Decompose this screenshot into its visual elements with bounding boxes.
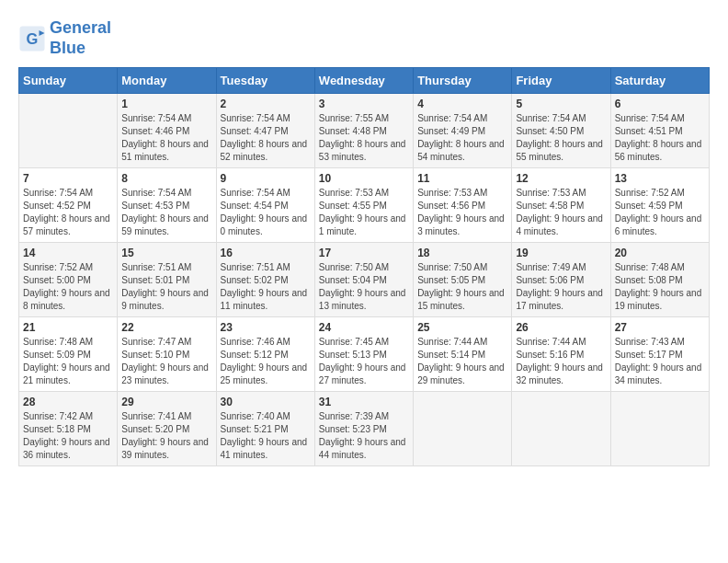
day-number: 15 — [121, 247, 211, 259]
weekday-header-row: SundayMondayTuesdayWednesdayThursdayFrid… — [19, 68, 710, 94]
calendar-cell: 1Sunrise: 7:54 AMSunset: 4:46 PMDaylight… — [118, 94, 216, 168]
calendar-cell: 27Sunrise: 7:43 AMSunset: 5:17 PMDayligh… — [610, 317, 709, 392]
day-number: 12 — [516, 172, 606, 185]
logo-text: General Blue — [50, 18, 111, 58]
day-number: 31 — [319, 396, 409, 408]
calendar-cell: 7Sunrise: 7:54 AMSunset: 4:52 PMDaylight… — [19, 168, 118, 243]
day-number: 24 — [319, 321, 409, 334]
calendar-cell: 26Sunrise: 7:44 AMSunset: 5:16 PMDayligh… — [512, 317, 610, 392]
day-number: 1 — [121, 98, 211, 110]
calendar-cell: 30Sunrise: 7:40 AMSunset: 5:21 PMDayligh… — [216, 392, 314, 466]
cell-details: Sunrise: 7:54 AMSunset: 4:53 PMDaylight:… — [121, 187, 211, 238]
calendar-cell: 14Sunrise: 7:52 AMSunset: 5:00 PMDayligh… — [19, 243, 118, 317]
cell-details: Sunrise: 7:54 AMSunset: 4:47 PMDaylight:… — [221, 112, 311, 164]
calendar-cell: 23Sunrise: 7:46 AMSunset: 5:12 PMDayligh… — [216, 317, 314, 392]
day-number: 19 — [516, 247, 606, 259]
calendar-cell: 31Sunrise: 7:39 AMSunset: 5:23 PMDayligh… — [314, 392, 413, 466]
calendar-cell: 3Sunrise: 7:55 AMSunset: 4:48 PMDaylight… — [314, 94, 413, 168]
cell-details: Sunrise: 7:49 AMSunset: 5:06 PMDaylight:… — [516, 261, 606, 313]
calendar-cell: 29Sunrise: 7:41 AMSunset: 5:20 PMDayligh… — [118, 392, 216, 466]
calendar-week-row: 7Sunrise: 7:54 AMSunset: 4:52 PMDaylight… — [19, 168, 710, 243]
cell-details: Sunrise: 7:43 AMSunset: 5:17 PMDaylight:… — [615, 336, 705, 387]
calendar-cell: 6Sunrise: 7:54 AMSunset: 4:51 PMDaylight… — [610, 94, 709, 168]
day-number: 21 — [23, 321, 113, 334]
cell-details: Sunrise: 7:48 AMSunset: 5:09 PMDaylight:… — [23, 336, 113, 387]
calendar-cell: 24Sunrise: 7:45 AMSunset: 5:13 PMDayligh… — [314, 317, 413, 392]
calendar-table: SundayMondayTuesdayWednesdayThursdayFrid… — [18, 67, 710, 466]
day-number: 7 — [23, 172, 113, 185]
calendar-cell: 5Sunrise: 7:54 AMSunset: 4:50 PMDaylight… — [512, 94, 610, 168]
cell-details: Sunrise: 7:54 AMSunset: 4:49 PMDaylight:… — [417, 112, 507, 164]
cell-details: Sunrise: 7:45 AMSunset: 5:13 PMDaylight:… — [319, 336, 409, 387]
calendar-cell: 12Sunrise: 7:53 AMSunset: 4:58 PMDayligh… — [512, 168, 610, 243]
day-number: 28 — [23, 396, 113, 408]
calendar-cell: 9Sunrise: 7:54 AMSunset: 4:54 PMDaylight… — [216, 168, 314, 243]
calendar-week-row: 1Sunrise: 7:54 AMSunset: 4:46 PMDaylight… — [19, 94, 710, 168]
logo-icon: G — [18, 25, 46, 52]
cell-details: Sunrise: 7:42 AMSunset: 5:18 PMDaylight:… — [23, 410, 113, 462]
cell-details: Sunrise: 7:55 AMSunset: 4:48 PMDaylight:… — [319, 112, 409, 164]
day-number: 14 — [23, 247, 113, 259]
cell-details: Sunrise: 7:46 AMSunset: 5:12 PMDaylight:… — [221, 336, 311, 387]
cell-details: Sunrise: 7:40 AMSunset: 5:21 PMDaylight:… — [221, 410, 311, 462]
weekday-header-friday: Friday — [512, 68, 610, 94]
cell-details: Sunrise: 7:54 AMSunset: 4:51 PMDaylight:… — [615, 112, 705, 164]
weekday-header-monday: Monday — [118, 68, 216, 94]
cell-details: Sunrise: 7:53 AMSunset: 4:55 PMDaylight:… — [319, 187, 409, 238]
calendar-cell: 25Sunrise: 7:44 AMSunset: 5:14 PMDayligh… — [414, 317, 512, 392]
day-number: 27 — [615, 321, 705, 334]
cell-details: Sunrise: 7:50 AMSunset: 5:05 PMDaylight:… — [417, 261, 507, 313]
cell-details: Sunrise: 7:48 AMSunset: 5:08 PMDaylight:… — [615, 261, 705, 313]
cell-details: Sunrise: 7:51 AMSunset: 5:02 PMDaylight:… — [221, 261, 311, 313]
day-number: 16 — [221, 247, 311, 259]
day-number: 13 — [615, 172, 705, 185]
day-number: 23 — [221, 321, 311, 334]
calendar-cell: 2Sunrise: 7:54 AMSunset: 4:47 PMDaylight… — [216, 94, 314, 168]
cell-details: Sunrise: 7:39 AMSunset: 5:23 PMDaylight:… — [319, 410, 409, 462]
svg-text:G: G — [27, 30, 39, 47]
day-number: 18 — [417, 247, 507, 259]
cell-details: Sunrise: 7:54 AMSunset: 4:54 PMDaylight:… — [221, 187, 311, 238]
day-number: 6 — [615, 98, 705, 110]
cell-details: Sunrise: 7:47 AMSunset: 5:10 PMDaylight:… — [121, 336, 211, 387]
cell-details: Sunrise: 7:51 AMSunset: 5:01 PMDaylight:… — [121, 261, 211, 313]
calendar-cell — [414, 392, 512, 466]
day-number: 9 — [221, 172, 311, 185]
calendar-cell: 22Sunrise: 7:47 AMSunset: 5:10 PMDayligh… — [118, 317, 216, 392]
cell-details: Sunrise: 7:44 AMSunset: 5:14 PMDaylight:… — [417, 336, 507, 387]
day-number: 3 — [319, 98, 409, 110]
cell-details: Sunrise: 7:53 AMSunset: 4:58 PMDaylight:… — [516, 187, 606, 238]
calendar-cell: 16Sunrise: 7:51 AMSunset: 5:02 PMDayligh… — [216, 243, 314, 317]
page-header: G General Blue — [18, 18, 710, 58]
day-number: 30 — [221, 396, 311, 408]
cell-details: Sunrise: 7:50 AMSunset: 5:04 PMDaylight:… — [319, 261, 409, 313]
calendar-cell: 10Sunrise: 7:53 AMSunset: 4:55 PMDayligh… — [314, 168, 413, 243]
weekday-header-thursday: Thursday — [414, 68, 512, 94]
calendar-week-row: 14Sunrise: 7:52 AMSunset: 5:00 PMDayligh… — [19, 243, 710, 317]
cell-details: Sunrise: 7:52 AMSunset: 5:00 PMDaylight:… — [23, 261, 113, 313]
logo: G General Blue — [18, 18, 111, 58]
cell-details: Sunrise: 7:54 AMSunset: 4:50 PMDaylight:… — [516, 112, 606, 164]
weekday-header-wednesday: Wednesday — [314, 68, 413, 94]
calendar-cell — [19, 94, 118, 168]
calendar-week-row: 21Sunrise: 7:48 AMSunset: 5:09 PMDayligh… — [19, 317, 710, 392]
day-number: 5 — [516, 98, 606, 110]
calendar-cell: 28Sunrise: 7:42 AMSunset: 5:18 PMDayligh… — [19, 392, 118, 466]
calendar-cell: 4Sunrise: 7:54 AMSunset: 4:49 PMDaylight… — [414, 94, 512, 168]
cell-details: Sunrise: 7:52 AMSunset: 4:59 PMDaylight:… — [615, 187, 705, 238]
day-number: 26 — [516, 321, 606, 334]
day-number: 22 — [121, 321, 211, 334]
weekday-header-tuesday: Tuesday — [216, 68, 314, 94]
calendar-cell: 15Sunrise: 7:51 AMSunset: 5:01 PMDayligh… — [118, 243, 216, 317]
cell-details: Sunrise: 7:53 AMSunset: 4:56 PMDaylight:… — [417, 187, 507, 238]
calendar-cell: 18Sunrise: 7:50 AMSunset: 5:05 PMDayligh… — [414, 243, 512, 317]
day-number: 8 — [121, 172, 211, 185]
day-number: 4 — [417, 98, 507, 110]
cell-details: Sunrise: 7:54 AMSunset: 4:52 PMDaylight:… — [23, 187, 113, 238]
day-number: 11 — [417, 172, 507, 185]
calendar-cell: 19Sunrise: 7:49 AMSunset: 5:06 PMDayligh… — [512, 243, 610, 317]
calendar-cell: 11Sunrise: 7:53 AMSunset: 4:56 PMDayligh… — [414, 168, 512, 243]
weekday-header-saturday: Saturday — [610, 68, 709, 94]
weekday-header-sunday: Sunday — [19, 68, 118, 94]
day-number: 20 — [615, 247, 705, 259]
